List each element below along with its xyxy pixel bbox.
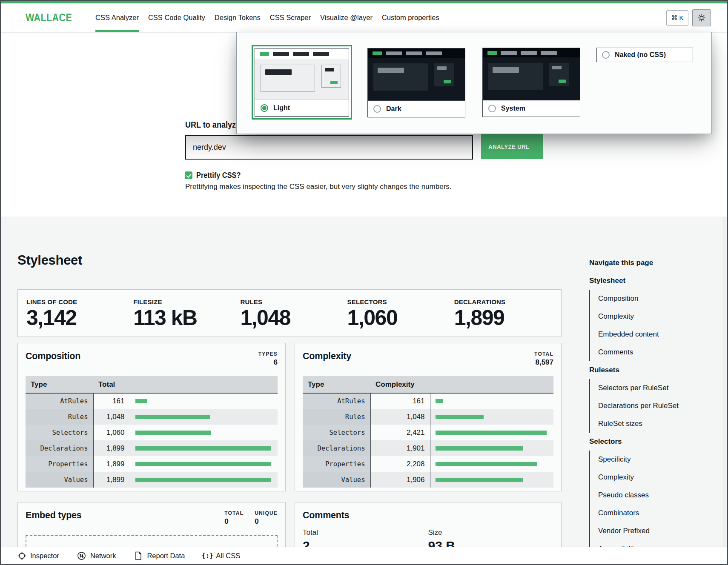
nav-item-css-scraper[interactable]: CSS Scraper	[265, 3, 315, 32]
toc-item-comments[interactable]: Comments	[598, 343, 698, 361]
toc-item-complexity[interactable]: Complexity	[598, 468, 698, 486]
nav-item-custom-properties[interactable]: Custom properties	[377, 3, 444, 32]
row-value: 1,906	[370, 472, 430, 488]
table-row-atrules: AtRules161	[26, 393, 278, 409]
toc-item-declarations-per-ruleset[interactable]: Declarations per RuleSet	[598, 397, 698, 415]
theme-option-naked-no-css[interactable]: Naked (no CSS)	[596, 48, 693, 62]
meta-value: 0	[255, 517, 278, 526]
embed-empty-box: No embedded content	[26, 535, 278, 547]
composition-card: Composition TYPES 6 Type Total AtRules16…	[17, 343, 286, 491]
command-k-button[interactable]: ⌘ K	[666, 10, 688, 26]
nav-item-visualize-layer[interactable]: Visualize @layer	[315, 3, 377, 32]
theme-preview-light	[255, 49, 349, 100]
radio-dark[interactable]	[373, 105, 381, 113]
logo[interactable]: WALLACE	[26, 11, 72, 24]
toc-item-combinators[interactable]: Combinators	[598, 504, 698, 522]
theme-preview-dark	[483, 48, 580, 100]
complexity-card: Complexity TOTAL 8,597 Type Complexity A…	[295, 343, 562, 491]
toc-item-composition[interactable]: Composition	[598, 290, 698, 308]
preview-body	[255, 59, 349, 100]
complexity-meta: TOTAL 8,597	[534, 351, 553, 367]
scrollbar[interactable]	[723, 217, 727, 547]
complexity-header: Complexity TOTAL 8,597	[303, 351, 553, 367]
nav-item-css-analyzer[interactable]: CSS Analyzer	[91, 3, 143, 32]
toc-item-complexity[interactable]: Complexity	[598, 308, 698, 325]
complexity-title: Complexity	[303, 351, 351, 362]
url-input[interactable]	[185, 135, 473, 160]
bottom-bar-network[interactable]: Network	[77, 551, 116, 560]
theme-option-footer: Dark	[368, 100, 465, 117]
theme-option-system[interactable]: System	[482, 48, 580, 117]
sun-icon	[697, 13, 706, 23]
row-bar-cell	[430, 456, 553, 472]
nav-item-css-code-quality[interactable]: CSS Code Quality	[143, 3, 210, 32]
theme-toggle-button[interactable]	[692, 9, 711, 26]
bar-column-header	[130, 376, 278, 393]
row-bar-cell	[130, 425, 278, 440]
toc-item-pseudo-classes[interactable]: Pseudo classes	[598, 486, 698, 504]
theme-option-label: Dark	[386, 105, 401, 113]
nav-item-design-tokens[interactable]: Design Tokens	[210, 3, 265, 32]
theme-option-light[interactable]: Light	[252, 45, 352, 120]
toc-item-selectors-per-ruleset[interactable]: Selectors per RuleSet	[598, 379, 698, 397]
theme-option-box: Naked (no CSS)	[596, 48, 693, 62]
preview-body	[368, 58, 465, 100]
theme-picker-dropdown: LightDarkSystemNaked (no CSS)	[236, 32, 712, 134]
toc-section-stylesheet[interactable]: Stylesheet	[589, 272, 698, 290]
analyze-url-button[interactable]: ANALYZE URL	[481, 134, 543, 159]
row-bar-cell	[130, 472, 278, 488]
stat-label: RULES	[240, 298, 347, 305]
row-bar-cell	[130, 393, 278, 409]
toc-item-ruleset-sizes[interactable]: RuleSet sizes	[598, 415, 698, 433]
table-row-selectors: Selectors1,060	[26, 425, 278, 440]
row-bar-cell	[130, 409, 278, 425]
row-value: 1,048	[93, 409, 130, 425]
network-icon	[77, 551, 86, 560]
analyze-url-label: ANALYZE URL	[488, 143, 530, 151]
value-column-header: Complexity	[370, 376, 430, 393]
row-type-label: AtRules	[26, 393, 93, 409]
prettify-checkbox[interactable]	[185, 171, 192, 179]
embed-meta-total: TOTAL0	[224, 510, 244, 526]
row-bar-cell	[130, 456, 278, 472]
value-bar	[135, 446, 271, 451]
composition-meta-value: 6	[258, 358, 278, 367]
toc-item-embedded-content[interactable]: Embedded content	[598, 325, 698, 343]
preview-input-box	[261, 65, 315, 92]
row-type-label: Rules	[303, 409, 370, 425]
stat-value: 1,048	[240, 307, 347, 328]
toc-section-rulesets[interactable]: Rulesets	[589, 361, 698, 379]
toc-item-accessibility[interactable]: Accessibility	[598, 540, 698, 547]
preview-text-bar	[493, 67, 519, 73]
page-title: Stylesheet	[17, 253, 82, 268]
bottom-bar-inspector[interactable]: Inspector	[17, 551, 59, 560]
toc-item-vendor-prefixed[interactable]: Vendor Prefixed	[598, 522, 698, 540]
comments-title: Comments	[303, 510, 350, 521]
toc-item-specificity[interactable]: Specificity	[598, 451, 698, 468]
preview-nav-block	[406, 51, 422, 55]
complexity-meta-value: 8,597	[534, 358, 553, 367]
preview-input-box	[373, 63, 428, 91]
value-bar	[135, 415, 210, 419]
stat-value: 1,899	[454, 307, 561, 328]
type-column-header: Type	[26, 376, 93, 393]
theme-option-dark[interactable]: Dark	[367, 48, 465, 117]
prettify-hint: Prettifying makes inspecting the CSS eas…	[185, 183, 452, 191]
toc-sublist: Selectors per RuleSetDeclarations per Ru…	[589, 379, 698, 433]
bottom-bar-report-data[interactable]: Report Data	[134, 551, 185, 560]
composition-meta: TYPES 6	[258, 351, 278, 367]
bottom-bar-all-css[interactable]: {:}All CSS	[203, 551, 240, 560]
preview-nav-block	[313, 52, 329, 56]
toc-section-selectors[interactable]: Selectors	[589, 433, 698, 451]
radio-system[interactable]	[488, 105, 496, 112]
preview-logo-block	[487, 51, 497, 55]
table-row-values: Values1,906	[303, 472, 553, 488]
theme-option-box: Light	[255, 48, 349, 117]
preview-side-box	[434, 63, 454, 86]
row-bar-cell	[430, 409, 553, 425]
radio-naked-no-css[interactable]	[602, 51, 610, 59]
comments-header: Comments	[303, 510, 553, 521]
selected-frame: Light	[252, 45, 352, 120]
table-row-atrules: AtRules161	[303, 393, 553, 409]
radio-light[interactable]	[261, 104, 268, 112]
